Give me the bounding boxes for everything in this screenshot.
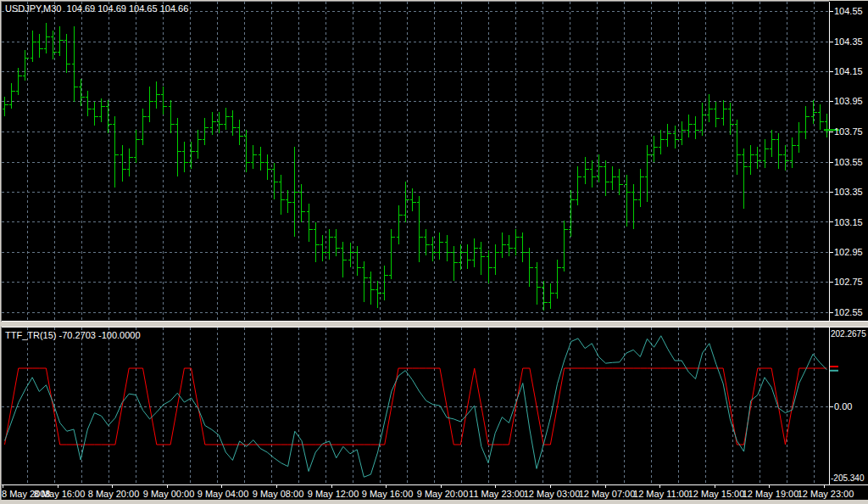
chart-window: USDJPY,M30 104.69 104.69 104.65 104.66 T… [0,0,868,504]
time-axis[interactable] [0,485,868,500]
chart-canvas[interactable] [0,0,868,504]
chart-title: USDJPY,M30 104.69 104.69 104.65 104.66 [5,3,188,14]
price-axis[interactable] [830,2,868,484]
window-bottom-edge [0,500,868,504]
pane-splitter[interactable] [0,322,868,327]
indicator-label: TTF_TR(15) -70.2703 -100.0000 [5,330,141,340]
main-chart-pane[interactable] [2,2,829,321]
indicator-pane[interactable] [2,328,829,484]
